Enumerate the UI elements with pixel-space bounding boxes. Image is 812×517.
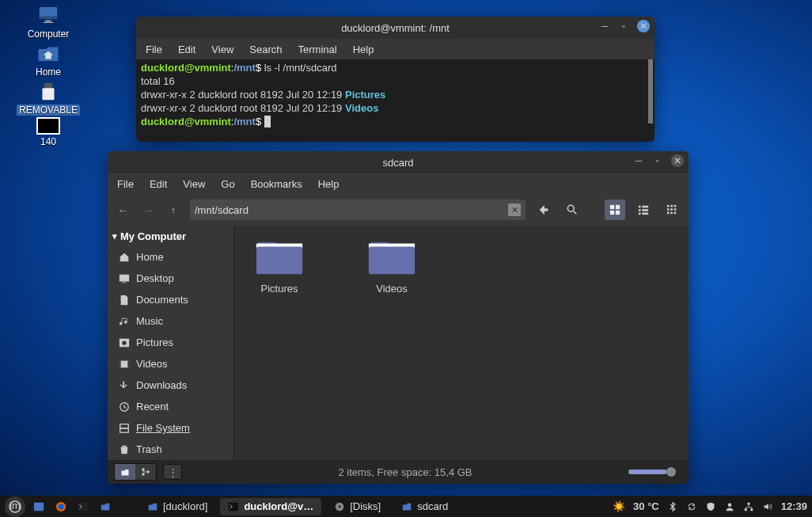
menu-edit[interactable]: Edit — [178, 44, 195, 55]
fm-sidebar: My Computer Home Desktop Documents Music… — [108, 226, 234, 460]
menu-search[interactable]: Search — [249, 44, 282, 55]
minimize-button[interactable]: ─ — [633, 155, 644, 166]
file-manager-window: sdcard ─ ▫ ✕ File Edit View Go Bookmarks… — [108, 151, 689, 484]
menu-file[interactable]: File — [117, 178, 134, 190]
sidebar-item-videos[interactable]: Videos — [108, 353, 233, 374]
clear-path-icon[interactable]: ✕ — [508, 203, 521, 216]
svg-rect-4 — [44, 83, 52, 88]
scrollbar[interactable] — [648, 59, 653, 124]
fm-titlebar[interactable]: sdcard ─ ▫ ✕ — [108, 151, 689, 173]
minimize-button[interactable]: ─ — [599, 21, 610, 32]
terminal-titlebar[interactable]: ducklord@vmmint: /mnt ─ ▫ ✕ — [136, 17, 655, 39]
menu-help[interactable]: Help — [353, 44, 374, 55]
svg-rect-42 — [369, 246, 415, 274]
svg-rect-54 — [745, 508, 747, 511]
maximize-button[interactable]: ▫ — [652, 155, 663, 166]
view-list-button[interactable] — [633, 200, 654, 220]
forward-button[interactable]: → — [139, 201, 157, 219]
task-disks[interactable]: [Disks] — [326, 498, 389, 515]
menu-view[interactable]: View — [211, 44, 233, 55]
svg-rect-53 — [747, 502, 749, 504]
tree-view-button[interactable] — [135, 464, 156, 480]
fm-content-area[interactable]: Pictures Videos — [234, 226, 689, 460]
desktop-icon-home[interactable]: Home — [14, 41, 82, 78]
network-icon[interactable] — [743, 501, 754, 512]
quicklaunch-firefox[interactable] — [52, 498, 70, 515]
svg-rect-13 — [639, 209, 641, 211]
quicklaunch-terminal[interactable] — [74, 498, 92, 515]
label: 140 — [40, 136, 56, 147]
start-menu-button[interactable]: lm — [5, 496, 25, 517]
sidebar-item-pictures[interactable]: Pictures — [108, 332, 233, 353]
folder-videos[interactable]: Videos — [367, 238, 416, 295]
desktop-icon-140[interactable]: 140 — [14, 117, 82, 147]
view-icons-button[interactable] — [605, 200, 625, 220]
window-title: sdcard — [382, 157, 413, 169]
svg-point-52 — [728, 503, 732, 507]
show-desktop-button[interactable] — [30, 498, 47, 515]
maximize-button[interactable]: ▫ — [618, 21, 629, 32]
task-sdcard[interactable]: sdcard — [393, 498, 456, 515]
view-compact-button[interactable] — [662, 200, 682, 220]
weather-icon[interactable]: ☀️ — [613, 500, 625, 512]
svg-rect-49 — [229, 502, 238, 511]
folder-icon — [255, 238, 304, 276]
folder-label: Pictures — [261, 283, 298, 295]
close-button[interactable]: ✕ — [671, 154, 684, 167]
svg-point-47 — [59, 504, 64, 509]
svg-rect-27 — [122, 282, 126, 283]
terminal-output[interactable]: ducklord@vmmint:/mnt$ ls -l /mnt/sdcard … — [136, 59, 655, 142]
search-icon[interactable] — [562, 200, 582, 220]
shield-icon[interactable] — [705, 501, 716, 512]
menu-go[interactable]: Go — [221, 178, 234, 190]
menu-terminal[interactable]: Terminal — [298, 44, 337, 55]
zoom-slider[interactable] — [628, 469, 676, 474]
options-button[interactable]: ⋮ — [163, 464, 182, 480]
svg-point-6 — [567, 205, 574, 211]
sidebar-item-trash[interactable]: Trash — [108, 439, 233, 460]
menu-help[interactable]: Help — [318, 178, 340, 190]
user-icon[interactable] — [724, 501, 735, 512]
svg-rect-19 — [674, 205, 677, 207]
folder-icon — [367, 238, 416, 276]
sidebar-item-music[interactable]: Music — [108, 310, 233, 332]
menu-view[interactable]: View — [183, 178, 205, 190]
menu-edit[interactable]: Edit — [150, 178, 167, 190]
path-input[interactable]: /mnt/sdcard ✕ — [190, 200, 526, 220]
sidebar-item-filesystem[interactable]: File System — [108, 417, 233, 439]
sidebar-item-downloads[interactable]: Downloads — [108, 374, 233, 396]
toggle-path-icon[interactable] — [533, 200, 554, 220]
desktop-icon-computer[interactable]: Computer — [14, 3, 82, 40]
desktop-icon-removable[interactable]: REMOVABLE — [14, 79, 82, 116]
folder-home-icon — [36, 41, 60, 65]
task-ducklord-folder[interactable]: [ducklord] — [139, 498, 215, 515]
svg-rect-26 — [120, 274, 129, 281]
sidebar-item-home[interactable]: Home — [108, 246, 233, 268]
bluetooth-icon[interactable] — [667, 501, 678, 512]
svg-rect-45 — [34, 502, 44, 511]
svg-rect-9 — [610, 211, 614, 215]
svg-point-29 — [122, 340, 126, 344]
sidebar-item-recent[interactable]: Recent — [108, 396, 233, 417]
sidebar-item-documents[interactable]: Documents — [108, 289, 233, 310]
svg-rect-30 — [120, 360, 129, 367]
quicklaunch-files[interactable] — [97, 498, 114, 515]
temperature[interactable]: 30 °C — [633, 500, 659, 512]
sidebar-header[interactable]: My Computer — [108, 226, 233, 246]
window-title: ducklord@vmmint: /mnt — [341, 22, 450, 34]
update-icon[interactable] — [686, 501, 697, 512]
sidebar-item-desktop[interactable]: Desktop — [108, 268, 233, 289]
volume-icon[interactable] — [762, 501, 773, 512]
close-button[interactable]: ✕ — [637, 20, 650, 32]
places-view-button[interactable] — [115, 464, 135, 480]
folder-pictures[interactable]: Pictures — [255, 238, 304, 295]
menu-bookmarks[interactable]: Bookmarks — [251, 178, 302, 190]
clock[interactable]: 12:39 — [781, 500, 807, 512]
usb-drive-icon — [36, 79, 60, 103]
back-button[interactable]: ← — [114, 201, 131, 219]
menu-file[interactable]: File — [146, 44, 162, 55]
task-terminal[interactable]: ducklord@v… — [220, 498, 321, 515]
svg-rect-31 — [120, 360, 121, 367]
svg-rect-20 — [667, 208, 670, 211]
up-button[interactable]: ↑ — [165, 201, 182, 219]
